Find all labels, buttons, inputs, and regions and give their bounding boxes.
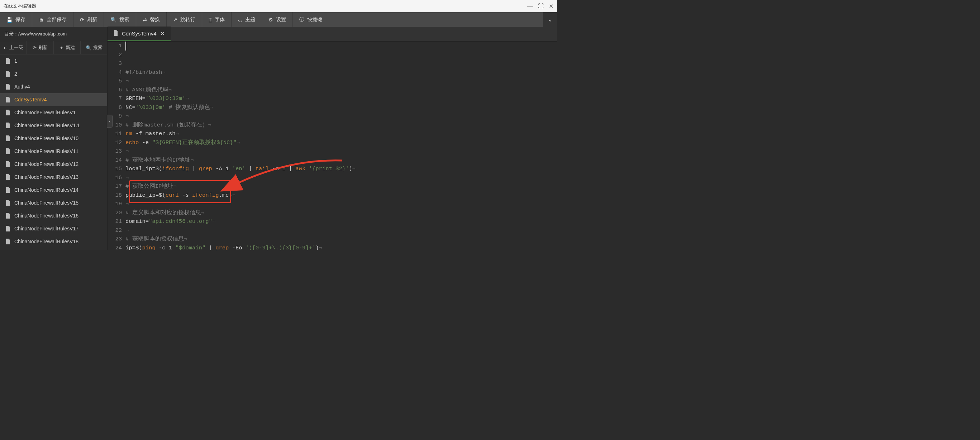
editor-area: CdnSysTemv4 ✕ 12345678910111213141516171…: [108, 27, 557, 250]
file-icon: [5, 57, 11, 65]
file-icon: [5, 238, 11, 245]
save-all-label: 全部保存: [46, 16, 67, 23]
tab-close-icon[interactable]: ✕: [160, 30, 165, 37]
file-icon: [5, 96, 11, 103]
code-line[interactable]: echo -e "${GREEN}正在领取授权${NC}"¬: [126, 138, 557, 147]
file-item[interactable]: ChinaNodeFirewallRulesV13: [0, 170, 107, 183]
code-line[interactable]: ¬: [126, 147, 557, 156]
sidebar-search-button[interactable]: 🔍搜索: [81, 41, 107, 54]
sidebar-refresh-button[interactable]: ⟳刷新: [27, 41, 54, 54]
file-item[interactable]: ChinaNodeFirewallRulesV1.1: [0, 119, 107, 132]
save-all-icon: 🗎: [39, 17, 44, 22]
file-item[interactable]: ChinaNodeFirewallRulesV16: [0, 209, 107, 222]
minimize-icon[interactable]: —: [527, 3, 533, 9]
code-line[interactable]: # ANSI颜色代码¬: [126, 86, 557, 95]
file-item[interactable]: 1: [0, 54, 107, 67]
code-line[interactable]: #!/bin/bash¬: [126, 68, 557, 77]
file-icon: [5, 199, 11, 206]
main-area: 目录：/www/wwwroot/api.com ↩上一级 ⟳刷新 ＋新建 🔍搜索…: [0, 27, 557, 250]
sidebar-collapse-button[interactable]: ‹: [107, 114, 113, 127]
line-gutter: 1234567891011121314151617181920212223242…: [108, 41, 126, 250]
file-item[interactable]: ChinaNodeFirewallRulesV12: [0, 158, 107, 170]
theme-icon: ◡: [238, 17, 242, 22]
refresh-label: 刷新: [87, 16, 97, 23]
file-item[interactable]: 2: [0, 67, 107, 80]
replace-icon: ⇄: [143, 17, 147, 22]
replace-button[interactable]: ⇄ 替换: [136, 12, 167, 27]
tab-active[interactable]: CdnSysTemv4 ✕: [108, 27, 170, 41]
save-button[interactable]: 💾 保存: [0, 12, 32, 27]
file-item[interactable]: CdnSysTemv4: [0, 93, 107, 106]
code-line[interactable]: ¬: [126, 226, 557, 235]
code-line[interactable]: ip=$(ping -c 1 "$domain" | grep -Eo '([0…: [126, 244, 557, 251]
code-line[interactable]: local_ip=$(ifconfig | grep -A 1 'en' | t…: [126, 164, 557, 173]
file-item[interactable]: ChinaNodeFirewallRulesV17: [0, 222, 107, 235]
shortcuts-button[interactable]: ⓘ 快捷键: [293, 12, 329, 27]
code-line[interactable]: # 定义脚本和对应的授权信息¬: [126, 208, 557, 218]
search-label: 搜索: [119, 16, 129, 23]
theme-button[interactable]: ◡ 主题: [232, 12, 262, 27]
settings-button[interactable]: ⚙ 设置: [262, 12, 293, 27]
file-name: ChinaNodeFirewallRulesV15: [14, 200, 78, 206]
code-line[interactable]: rm -f master.sh¬: [126, 129, 557, 138]
text-cursor: [126, 41, 126, 51]
close-icon[interactable]: ✕: [549, 3, 554, 10]
font-label: 字体: [215, 16, 225, 23]
refresh-button[interactable]: ⟳ 刷新: [73, 12, 104, 27]
tab-bar: CdnSysTemv4 ✕: [108, 27, 557, 41]
file-name: ChinaNodeFirewallRulesV18: [14, 238, 78, 245]
window-title: 在线文本编辑器: [3, 3, 36, 9]
breadcrumb-label: 目录：: [4, 31, 18, 37]
sidebar-new-button[interactable]: ＋新建: [54, 41, 81, 54]
toolbar-more-button[interactable]: ⌄: [543, 12, 557, 27]
goto-icon: ↗: [173, 17, 177, 22]
code-line[interactable]: ¬: [126, 173, 557, 183]
file-item[interactable]: ChinaNodeFirewallRulesV18: [0, 235, 107, 248]
file-icon: [5, 160, 11, 168]
file-icon: [113, 30, 118, 37]
search-button[interactable]: 🔍 搜索: [104, 12, 136, 27]
search-icon: 🔍: [86, 45, 91, 51]
sidebar-up-label: 上一级: [9, 44, 23, 51]
code-line[interactable]: NC='\033[0m' # 恢复默认颜色¬: [126, 103, 557, 112]
maximize-icon[interactable]: ⛶: [538, 3, 544, 9]
sidebar-toolbar: ↩上一级 ⟳刷新 ＋新建 🔍搜索: [0, 41, 107, 54]
goto-line-button[interactable]: ↗ 跳转行: [167, 12, 202, 27]
file-icon: [5, 225, 11, 232]
file-name: ChinaNodeFirewallRulesV1.1: [14, 122, 80, 128]
file-item[interactable]: ChinaNodeFirewallRulesV10: [0, 132, 107, 145]
code-line[interactable]: GREEN='\033[0;32m'¬: [126, 94, 557, 103]
code-line[interactable]: public_ip=$(curl -s ifconfig.me)¬: [126, 191, 557, 200]
font-button[interactable]: T 字体: [202, 12, 232, 27]
file-item[interactable]: ChinaNodeFirewallRulesV15: [0, 196, 107, 209]
code-line[interactable]: # 获取脚本的授权信息¬: [126, 235, 557, 244]
file-icon: [5, 70, 11, 78]
sidebar-up-button[interactable]: ↩上一级: [0, 41, 27, 54]
file-item[interactable]: ChinaNodeFirewallRulesV14: [0, 183, 107, 196]
sidebar-search-label: 搜索: [93, 44, 102, 51]
file-item[interactable]: Authv4: [0, 80, 107, 93]
file-icon: [5, 148, 11, 155]
shortcuts-label: 快捷键: [307, 16, 322, 23]
code-line[interactable]: ¬: [126, 200, 557, 208]
file-icon: [5, 109, 11, 116]
code-line[interactable]: ¬: [126, 77, 557, 86]
file-list[interactable]: 12Authv4CdnSysTemv4ChinaNodeFirewallRule…: [0, 54, 107, 250]
save-all-button[interactable]: 🗎 全部保存: [32, 12, 73, 27]
code-line[interactable]: ¬: [126, 112, 557, 121]
code-line[interactable]: domain="api.cdn456.eu.org"¬: [126, 217, 557, 226]
file-icon: [5, 122, 11, 129]
code-content[interactable]: #!/bin/bash¬¬# ANSI颜色代码¬GREEN='\033[0;32…: [126, 41, 557, 250]
refresh-icon: ⟳: [80, 17, 84, 22]
file-item[interactable]: ChinaNodeFirewallRulesV11: [0, 145, 107, 158]
code-line[interactable]: # 获取本地网卡的IP地址¬: [126, 156, 557, 165]
breadcrumb-path: /www/wwwroot/api.com: [18, 31, 67, 37]
code-editor[interactable]: 1234567891011121314151617181920212223242…: [108, 41, 557, 250]
file-item[interactable]: ChinaNodeFirewallRulesV19: [0, 248, 107, 250]
code-line[interactable]: # 删除master.sh（如果存在）¬: [126, 121, 557, 130]
file-icon: [5, 186, 11, 194]
file-item[interactable]: ChinaNodeFirewallRulesV1: [0, 106, 107, 119]
file-name: ChinaNodeFirewallRulesV13: [14, 174, 78, 180]
sidebar-new-label: 新建: [65, 44, 75, 51]
code-line[interactable]: # 获取公网IP地址¬: [126, 182, 557, 191]
